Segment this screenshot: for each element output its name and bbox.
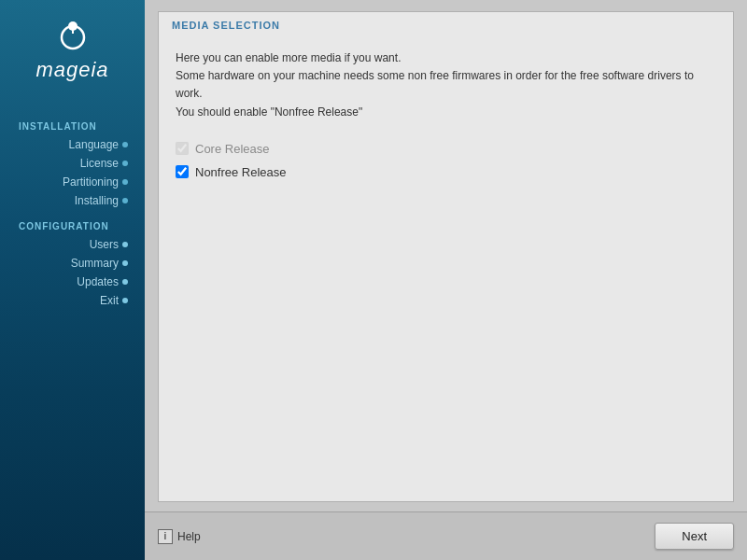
main-area: MEDIA SELECTION Here you can enable more… <box>145 0 747 560</box>
core-release-checkbox <box>176 142 189 155</box>
sidebar-item-summary[interactable]: Summary <box>0 254 145 273</box>
panel-title: MEDIA SELECTION <box>159 12 733 36</box>
configuration-section-label: CONFIGURATION <box>0 221 109 231</box>
help-icon: i <box>158 529 173 544</box>
sidebar-item-exit-label: Exit <box>100 294 119 307</box>
core-release-label: Core Release <box>195 142 270 156</box>
description-line3: You should enable "Nonfree Release" <box>176 105 362 119</box>
sidebar-item-installing[interactable]: Installing <box>0 191 145 210</box>
sidebar-dot-summary <box>122 260 128 266</box>
next-button[interactable]: Next <box>655 523 734 550</box>
sidebar-dot-exit <box>122 298 128 303</box>
description-line2: Some hardware on your machine needs some… <box>176 69 694 100</box>
sidebar-dot-license <box>122 161 128 166</box>
sidebar-dot-language <box>122 142 128 147</box>
sidebar-item-language[interactable]: Language <box>0 135 145 154</box>
sidebar-item-exit[interactable]: Exit <box>0 291 145 310</box>
sidebar-item-installing-label: Installing <box>75 194 119 207</box>
sidebar-item-updates[interactable]: Updates <box>0 273 145 291</box>
installation-section-label: INSTALLATION <box>0 121 97 132</box>
sidebar-dot-updates <box>122 279 128 285</box>
sidebar: mageia INSTALLATION Language License Par… <box>0 0 145 560</box>
sidebar-item-license-label: License <box>80 157 119 170</box>
mageia-logo-icon <box>54 17 92 54</box>
content-wrapper: MEDIA SELECTION Here you can enable more… <box>145 0 747 511</box>
sidebar-item-summary-label: Summary <box>71 257 119 270</box>
help-button[interactable]: i Help <box>158 529 201 544</box>
sidebar-item-users-label: Users <box>90 238 119 251</box>
logo-area: mageia <box>35 17 108 82</box>
sidebar-item-license[interactable]: License <box>0 154 145 173</box>
sidebar-item-partitioning-label: Partitioning <box>63 175 119 189</box>
bottom-bar: i Help Next <box>145 511 747 560</box>
sidebar-dot-installing <box>122 198 128 203</box>
svg-point-1 <box>68 21 78 31</box>
description-text: Here you can enable more media if you wa… <box>176 49 716 121</box>
sidebar-dot-users <box>122 242 128 247</box>
nonfree-release-checkbox[interactable] <box>176 165 189 178</box>
help-label: Help <box>177 530 201 543</box>
logo-text: mageia <box>35 58 108 82</box>
content-panel: MEDIA SELECTION Here you can enable more… <box>158 11 734 502</box>
sidebar-item-language-label: Language <box>69 138 119 151</box>
nonfree-release-row[interactable]: Nonfree Release <box>176 165 716 179</box>
nonfree-release-label: Nonfree Release <box>195 165 287 179</box>
sidebar-item-users[interactable]: Users <box>0 235 145 254</box>
sidebar-dot-partitioning <box>122 179 128 185</box>
sidebar-item-partitioning[interactable]: Partitioning <box>0 173 145 191</box>
panel-body: Here you can enable more media if you wa… <box>159 36 733 501</box>
core-release-row: Core Release <box>176 142 716 156</box>
description-line1: Here you can enable more media if you wa… <box>176 51 401 64</box>
sidebar-item-updates-label: Updates <box>77 275 119 288</box>
